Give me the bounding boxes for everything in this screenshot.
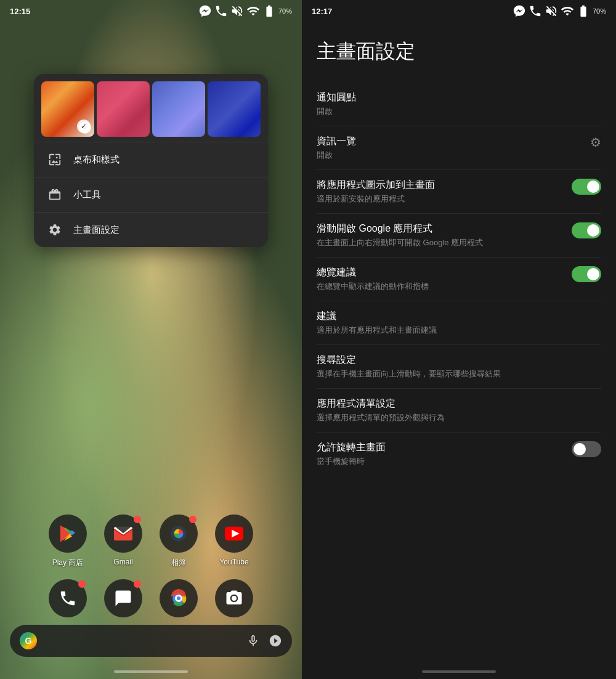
app-item-youtube[interactable]: YouTube <box>215 514 253 568</box>
wallpaper-thumb-3[interactable] <box>152 81 205 137</box>
settings-item-info-overview-left: 資訊一覽 開啟 <box>317 135 583 161</box>
settings-item-search-settings[interactable]: 搜尋設定 選擇在手機主畫面向上滑動時，要顯示哪些搜尋結果 <box>317 345 601 389</box>
context-menu: ✓ 桌布和樣式 小工具 主畫面設定 <box>34 74 268 247</box>
notification-dots-subtitle: 開啟 <box>317 106 601 117</box>
wallpaper-icon <box>46 151 63 168</box>
phone-icon-right <box>529 4 542 18</box>
menu-item-home-settings[interactable]: 主畫面設定 <box>34 212 268 247</box>
messenger-icon <box>198 4 212 18</box>
add-apps-toggle-knob <box>587 181 599 193</box>
app-item-play-store[interactable]: Play 商店 <box>49 514 87 568</box>
time-right: 12:17 <box>312 7 332 16</box>
app-row: Play 商店 Gmail <box>0 514 302 568</box>
settings-item-add-apps[interactable]: 將應用程式圖示加到主畫面 適用於新安裝的應用程式 <box>317 170 601 214</box>
widget-label: 小工具 <box>73 189 101 201</box>
wallpaper-thumb-1[interactable]: ✓ <box>41 81 94 137</box>
settings-item-overview-suggestions-left: 總覽建議 在總覽中顯示建議的動作和指標 <box>317 266 564 292</box>
add-apps-right <box>572 179 601 195</box>
messages-badge <box>134 580 141 588</box>
settings-item-app-drawer-left: 應用程式清單設定 選擇應用程式清單的預設外觀與行為 <box>317 397 601 423</box>
settings-item-google-app-left: 滑動開啟 Google 應用程式 在主畫面上向右滑動即可開啟 Google 應用… <box>317 222 564 248</box>
battery-icon-left <box>262 4 276 18</box>
home-settings-label: 主畫面設定 <box>73 224 120 236</box>
gmail-icon-circle <box>104 514 142 553</box>
wallpaper-thumb-4[interactable] <box>208 81 261 137</box>
home-indicator-left <box>114 670 188 673</box>
mic-icon[interactable] <box>246 634 260 648</box>
dock-item-chrome[interactable] <box>160 579 198 617</box>
home-settings-icon <box>46 221 63 238</box>
wallpaper-label: 桌布和樣式 <box>73 154 120 166</box>
gmail-label: Gmail <box>113 558 132 566</box>
messages-dock-icon <box>114 589 132 608</box>
overview-suggestions-right <box>572 266 601 282</box>
settings-item-overview-suggestions[interactable]: 總覽建議 在總覽中顯示建議的動作和指標 <box>317 258 601 301</box>
battery-icon-right <box>577 4 590 18</box>
signal-icon <box>246 4 260 18</box>
overview-suggestions-toggle[interactable] <box>572 266 601 282</box>
overview-suggestions-toggle-knob <box>587 268 599 280</box>
status-icons-left: 70% <box>198 4 292 18</box>
phone-badge <box>78 580 86 588</box>
camera-dock-circle <box>215 579 253 617</box>
dock-item-camera[interactable] <box>215 579 253 617</box>
lens-icon[interactable] <box>269 634 282 648</box>
google-app-title: 滑動開啟 Google 應用程式 <box>317 222 564 235</box>
google-app-subtitle: 在主畫面上向右滑動即可開啟 Google 應用程式 <box>317 237 564 248</box>
search-settings-subtitle: 選擇在手機主畫面向上滑動時，要顯示哪些搜尋結果 <box>317 368 601 380</box>
phone-icon <box>214 4 228 18</box>
notification-dots-title: 通知圓點 <box>317 91 601 104</box>
play-store-label: Play 商店 <box>52 558 84 568</box>
search-settings-title: 搜尋設定 <box>317 354 601 367</box>
phone-dock-circle <box>49 579 87 617</box>
info-overview-right: ⚙ <box>590 135 601 150</box>
messages-dock-circle <box>104 579 142 617</box>
settings-title: 主畫面設定 <box>317 38 601 65</box>
dock-item-messages[interactable] <box>104 579 142 617</box>
allow-rotation-toggle[interactable] <box>572 441 601 457</box>
photos-badge <box>189 516 197 523</box>
settings-item-info-overview[interactable]: 資訊一覽 開啟 ⚙ <box>317 126 601 170</box>
settings-item-suggestions[interactable]: 建議 適用於所有應用程式和主畫面建議 <box>317 301 601 345</box>
camera-dock-icon <box>225 589 243 608</box>
signal-icon-right <box>561 4 574 18</box>
chrome-dock-icon <box>169 588 188 608</box>
settings-item-app-drawer[interactable]: 應用程式清單設定 選擇應用程式清單的預設外觀與行為 <box>317 389 601 433</box>
google-g-logo: G <box>20 632 37 649</box>
google-app-toggle[interactable] <box>572 222 601 238</box>
status-bar-right: 12:17 70% <box>302 0 616 22</box>
add-apps-subtitle: 適用於新安裝的應用程式 <box>317 193 564 205</box>
google-app-toggle-knob <box>587 224 599 237</box>
search-bar[interactable]: G <box>10 625 292 657</box>
wallpaper-thumb-2[interactable] <box>97 81 150 137</box>
status-bar-left: 12:15 70% <box>0 0 302 22</box>
settings-item-allow-rotation-left: 允許旋轉主畫面 當手機旋轉時 <box>317 441 564 467</box>
settings-item-add-apps-left: 將應用程式圖示加到主畫面 適用於新安裝的應用程式 <box>317 179 564 205</box>
chrome-dock-circle <box>160 579 198 617</box>
youtube-icon-circle <box>215 514 253 553</box>
youtube-label: YouTube <box>219 558 248 566</box>
app-item-gmail[interactable]: Gmail <box>104 514 142 568</box>
photos-label: 相簿 <box>171 558 186 568</box>
menu-item-wallpaper[interactable]: 桌布和樣式 <box>34 142 268 177</box>
settings-item-notification-dots[interactable]: 通知圓點 開啟 <box>317 83 601 126</box>
battery-text-left: 70% <box>278 7 292 15</box>
menu-item-widget[interactable]: 小工具 <box>34 177 268 212</box>
overview-suggestions-title: 總覽建議 <box>317 266 564 279</box>
allow-rotation-right <box>572 441 601 457</box>
app-drawer-subtitle: 選擇應用程式清單的預設外觀與行為 <box>317 412 601 423</box>
app-item-photos[interactable]: 相簿 <box>160 514 198 568</box>
settings-item-google-app[interactable]: 滑動開啟 Google 應用程式 在主畫面上向右滑動即可開啟 Google 應用… <box>317 214 601 258</box>
info-overview-gear[interactable]: ⚙ <box>590 135 601 150</box>
overview-suggestions-subtitle: 在總覽中顯示建議的動作和指標 <box>317 281 564 292</box>
home-indicator-right <box>422 670 496 673</box>
add-apps-toggle[interactable] <box>572 179 601 195</box>
allow-rotation-title: 允許旋轉主畫面 <box>317 441 564 454</box>
battery-text-right: 70% <box>593 7 606 15</box>
settings-content: 主畫面設定 通知圓點 開啟 資訊一覽 開啟 ⚙ 將應用程式圖示加到主畫面 適用於… <box>302 22 616 679</box>
dock-item-phone[interactable] <box>49 579 87 617</box>
allow-rotation-toggle-knob <box>573 443 586 455</box>
settings-item-allow-rotation[interactable]: 允許旋轉主畫面 當手機旋轉時 <box>317 433 601 476</box>
play-store-logo <box>58 524 78 543</box>
gmail-badge <box>134 516 141 523</box>
